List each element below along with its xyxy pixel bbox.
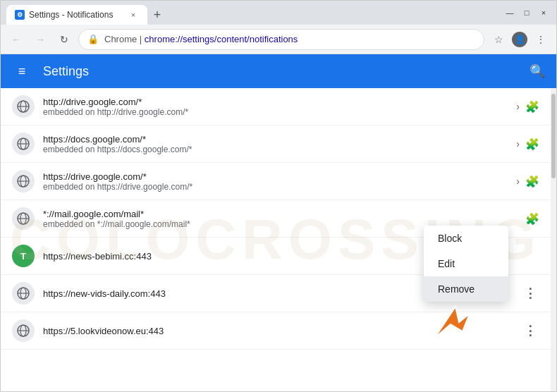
- bookmark-button[interactable]: ☆: [489, 30, 508, 49]
- site-icon: [12, 95, 35, 118]
- title-bar: ⚙ Settings - Notifications × + — □ ×: [1, 1, 556, 25]
- tab-close-button[interactable]: ×: [128, 9, 139, 20]
- list-item: https://drive.google.com/* embedded on h…: [1, 163, 551, 200]
- notif-text: https://docs.google.com/* embedded on ht…: [43, 134, 516, 154]
- notif-url: https://docs.google.com/*: [43, 134, 516, 145]
- search-button[interactable]: 🔍: [530, 63, 545, 79]
- notif-text: https://5.lookvideonow.eu:443: [43, 326, 521, 336]
- menu-button[interactable]: ⋮: [531, 30, 551, 49]
- site-icon: T: [12, 245, 35, 267]
- settings-header: ≡ Settings 🔍: [1, 54, 556, 88]
- tab-area: ⚙ Settings - Notifications × +: [6, 1, 497, 25]
- back-button[interactable]: ←: [6, 30, 26, 49]
- notif-embedded: embedded on https://docs.google.com/*: [43, 145, 516, 154]
- refresh-button[interactable]: ↻: [54, 30, 74, 49]
- tab-favicon: ⚙: [15, 10, 25, 20]
- list-item: http://drive.google.com/* embedded on ht…: [1, 88, 551, 125]
- puzzle-icon: 🧩: [525, 100, 539, 114]
- scrollbar[interactable]: [551, 88, 556, 391]
- profile-button[interactable]: 👤: [510, 30, 530, 49]
- notif-embedded: embedded on http://drive.google.com/*: [43, 107, 516, 117]
- notif-url: http://drive.google.com/*: [43, 97, 516, 107]
- edit-menu-item[interactable]: Edit: [424, 251, 508, 276]
- minimize-button[interactable]: —: [503, 6, 517, 20]
- arrow-icon: ›: [516, 138, 520, 149]
- hamburger-button[interactable]: ≡: [12, 61, 32, 81]
- arrow-icon: ›: [516, 101, 520, 112]
- notif-text: https://drive.google.com/* embedded on h…: [43, 171, 516, 192]
- content-area: COLOCROSSING http://drive.google.com/* e…: [1, 88, 556, 391]
- url-text: Chrome | chrome://settings/content/notif…: [104, 34, 475, 44]
- profile-icon: 👤: [512, 32, 527, 47]
- address-bar: ← → ↻ 🔒 Chrome | chrome://settings/conte…: [1, 25, 556, 54]
- notif-embedded: embedded on https://drive.google.com/*: [43, 182, 516, 192]
- site-icon: [12, 207, 35, 230]
- notification-list: http://drive.google.com/* embedded on ht…: [1, 88, 551, 350]
- close-button[interactable]: ×: [537, 6, 551, 20]
- url-bar[interactable]: 🔒 Chrome | chrome://settings/content/not…: [78, 29, 484, 50]
- more-options-button[interactable]: ⋮: [521, 283, 539, 304]
- site-icon: [12, 282, 35, 305]
- lock-icon: 🔒: [87, 34, 99, 44]
- address-actions: ☆ 👤 ⋮: [489, 30, 551, 49]
- scrollbar-thumb[interactable]: [551, 94, 556, 178]
- notif-text: http://drive.google.com/* embedded on ht…: [43, 97, 516, 117]
- settings-title: Settings: [43, 64, 518, 79]
- tab-title: Settings - Notifications: [29, 10, 123, 20]
- list-item: https://docs.google.com/* embedded on ht…: [1, 125, 551, 163]
- browser-frame: ⚙ Settings - Notifications × + — □ × ← →…: [0, 0, 557, 392]
- main-content: COLOCROSSING http://drive.google.com/* e…: [1, 88, 551, 391]
- puzzle-icon: 🧩: [525, 212, 539, 226]
- new-tab-button[interactable]: +: [147, 5, 167, 25]
- notif-url: https://drive.google.com/*: [43, 171, 516, 182]
- url-path: chrome://settings/content/notifications: [145, 34, 298, 44]
- window-controls: — □ ×: [503, 6, 551, 20]
- remove-menu-item[interactable]: Remove: [424, 276, 508, 302]
- puzzle-icon: 🧩: [525, 137, 539, 151]
- maximize-button[interactable]: □: [520, 6, 534, 20]
- notif-url: https://5.lookvideonow.eu:443: [43, 326, 521, 336]
- url-chrome-label: Chrome |: [104, 34, 145, 44]
- puzzle-icon: 🧩: [525, 175, 539, 188]
- block-menu-item[interactable]: Block: [424, 226, 508, 251]
- site-icon: [12, 319, 35, 342]
- site-icon: [12, 133, 35, 155]
- forward-button[interactable]: →: [30, 30, 50, 49]
- list-item: https://5.lookvideonow.eu:443 ⋮: [1, 312, 551, 350]
- arrow-icon: ›: [516, 176, 520, 187]
- more-options-button[interactable]: ⋮: [521, 320, 539, 341]
- context-menu: Block Edit Remove: [424, 226, 508, 302]
- active-tab[interactable]: ⚙ Settings - Notifications ×: [6, 5, 147, 25]
- site-icon: [12, 170, 35, 192]
- notif-url: *://mail.google.com/mail*: [43, 209, 525, 219]
